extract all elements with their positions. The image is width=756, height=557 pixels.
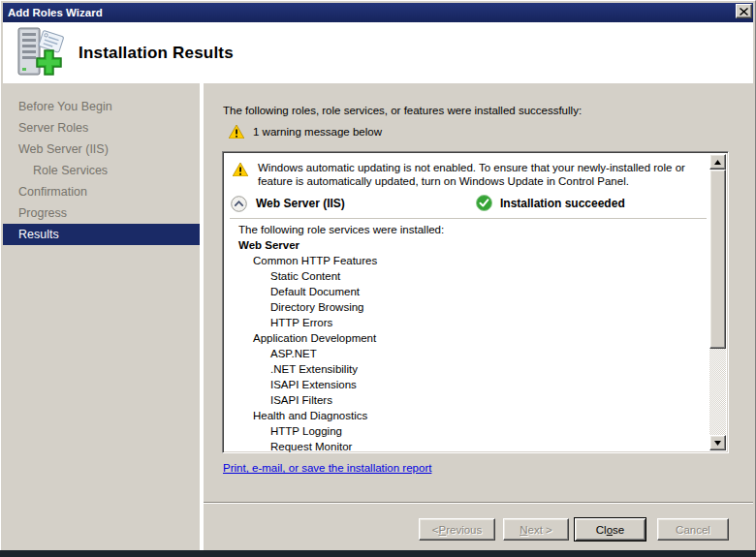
warning-icon — [233, 163, 248, 176]
installation-results-listbox: Windows automatic updating is not enable… — [222, 151, 729, 453]
page-title: Installation Results — [79, 44, 234, 63]
listbox-warning-row: Windows automatic updating is not enable… — [233, 161, 689, 188]
button-label: P — [438, 524, 446, 536]
sidebar-item-confirmation[interactable]: Confirmation — [3, 181, 200, 202]
list-item: ISAPI Filters — [223, 392, 709, 408]
list-item: Common HTTP Features — [223, 253, 709, 268]
warning-message-text: Windows automatic updating is not enable… — [258, 161, 689, 188]
button-label: N — [520, 524, 527, 536]
sidebar-item-results[interactable]: Results — [3, 224, 200, 245]
close-button[interactable]: Close — [574, 517, 646, 542]
listbox-separator — [230, 218, 707, 219]
results-content: The following roles, role services, or f… — [204, 83, 753, 543]
scroll-down-button[interactable] — [709, 435, 726, 450]
sidebar-item-web-server-iis[interactable]: Web Server (IIS) — [3, 139, 200, 160]
scroll-down-arrow-icon — [714, 441, 721, 446]
scroll-up-arrow-icon — [714, 160, 721, 165]
scrollbar-thumb[interactable] — [709, 170, 726, 349]
list-item: Static Content — [223, 268, 709, 284]
desktop-background-strip — [0, 550, 756, 557]
button-label: revious — [446, 524, 482, 536]
warning-summary: 1 warning message below — [229, 125, 382, 139]
server-add-icon — [12, 25, 68, 81]
button-row-divider — [204, 502, 753, 504]
list-item: HTTP Logging — [223, 423, 709, 439]
installation-status-text: Installation succeeded — [500, 197, 625, 210]
window-title: Add Roles Wizard — [3, 7, 103, 18]
sidebar-item-server-roles[interactable]: Server Roles — [3, 117, 200, 139]
sidebar-item-role-services[interactable]: Role Services — [3, 160, 200, 181]
list-item: Directory Browsing — [223, 299, 709, 315]
role-services-list: The following role services were install… — [223, 222, 709, 454]
sidebar-item-progress[interactable]: Progress — [3, 202, 200, 224]
wizard-sidebar: Before You Begin Server Roles Web Server… — [3, 83, 200, 550]
list-item: Application Development — [223, 330, 709, 346]
button-label: Cancel — [676, 524, 710, 536]
list-item: Request Monitor — [223, 439, 709, 454]
button-label: < — [432, 524, 439, 536]
results-intro-text: The following roles, role services, or f… — [223, 105, 582, 116]
vertical-scrollbar[interactable] — [709, 154, 726, 450]
previous-button[interactable]: < Previous — [419, 518, 495, 541]
role-result-header: Web Server (IIS) Installation succeeded — [231, 195, 705, 214]
scroll-up-button[interactable] — [709, 154, 726, 170]
button-label: ext > — [528, 524, 552, 536]
button-label: se — [613, 524, 624, 536]
window-close-button[interactable] — [736, 4, 752, 18]
list-item: Web Server — [223, 237, 709, 253]
success-check-icon — [476, 195, 492, 211]
button-label: Cl — [596, 524, 607, 536]
role-name: Web Server (IIS) — [256, 197, 345, 210]
warning-icon — [229, 125, 244, 139]
wizard-header: Installation Results — [3, 22, 753, 83]
list-item: HTTP Errors — [223, 315, 709, 330]
next-button[interactable]: Next > — [503, 518, 569, 541]
warning-summary-text: 1 warning message below — [253, 126, 382, 138]
list-item: ISAPI Extensions — [223, 377, 709, 392]
collapse-chevron-icon[interactable] — [231, 196, 247, 212]
list-item: .NET Extensibility — [223, 361, 709, 377]
titlebar: Add Roles Wizard — [3, 3, 753, 22]
list-item: The following role services were install… — [223, 222, 709, 237]
add-roles-wizard-window: Add Roles Wizard Installati — [0, 0, 756, 550]
list-item: Default Document — [223, 284, 709, 299]
installation-report-link[interactable]: Print, e-mail, or save the installation … — [223, 462, 431, 474]
list-item: ASP.NET — [223, 346, 709, 361]
cancel-button[interactable]: Cancel — [657, 518, 729, 541]
sidebar-item-before-you-begin[interactable]: Before You Begin — [3, 96, 200, 117]
close-icon — [740, 8, 748, 15]
installation-status: Installation succeeded — [476, 195, 625, 211]
list-item: Health and Diagnostics — [223, 408, 709, 423]
